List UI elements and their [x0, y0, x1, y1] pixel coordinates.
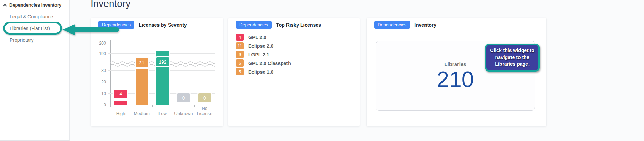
license-name: LGPL 2.1: [248, 52, 269, 57]
arrow-tail: [74, 27, 119, 32]
risky-license-row-lgpl-2-1: 9LGPL 2.1: [236, 51, 291, 58]
annotation-arrow: [62, 24, 119, 35]
x-axis-label-medium: Medium: [131, 111, 153, 116]
arrow-head-icon: [62, 24, 75, 35]
x-axis-label-low: Low: [152, 111, 174, 116]
x-axis-label-unknown: Unknown: [172, 111, 195, 116]
card-title: Top Risky Licenses: [276, 22, 321, 28]
card-header: Dependencies Inventory: [367, 18, 546, 32]
value-label-unknown: 0: [177, 93, 190, 102]
sidebar-item-legal-compliance[interactable]: Legal & Compliance: [10, 14, 53, 20]
y-tick-label: 190: [91, 51, 106, 56]
y-tick-label: 10: [91, 91, 106, 96]
y-axis-line: [110, 40, 111, 105]
inventory-card: Dependencies Inventory Libraries 210 Cli…: [367, 18, 546, 126]
license-count-badge: 6: [236, 59, 244, 67]
y-tick-label: 30: [91, 68, 106, 73]
widget-tooltip: Click this widget to navigate to the Lib…: [485, 44, 540, 72]
value-label-low: 192: [156, 57, 169, 66]
license-name: Eclipse 1.0: [248, 69, 273, 75]
sidebar-group-header[interactable]: Dependencies Inventory: [3, 2, 61, 8]
risky-license-row-eclipse-2-0: 11Eclipse 2.0: [236, 42, 291, 49]
value-label-no-license: 0: [198, 93, 211, 102]
gridline-200: [108, 43, 215, 43]
value-label-medium: 31: [136, 58, 148, 67]
page-title: Inventory: [91, 0, 130, 9]
y-tick-label: 0: [91, 103, 106, 107]
dependencies-badge: Dependencies: [374, 21, 410, 29]
top-risky-licenses-card: Dependencies Top Risky Licenses 4GPL 2.0…: [228, 18, 360, 126]
sidebar-item-proprietary[interactable]: Proprietary: [10, 37, 53, 43]
license-count-badge: 11: [236, 42, 244, 49]
highlight-ring-annotation: [3, 22, 62, 35]
value-label-high: 4: [114, 90, 127, 98]
x-axis-tick: [131, 105, 131, 107]
x-axis-tick: [152, 105, 153, 107]
bar-medium: [136, 69, 148, 105]
x-axis-tick: [173, 105, 173, 107]
collapse-chevron-icon[interactable]: [3, 4, 7, 8]
dependencies-badge: Dependencies: [236, 21, 272, 29]
risky-licenses-list: 4GPL 2.011Eclipse 2.09LGPL 2.16GPL 2.0 C…: [236, 34, 291, 75]
y-tick-label: 20: [91, 79, 106, 84]
risky-license-row-gpl-2-0-classpath: 6GPL 2.0 Classpath: [236, 59, 291, 67]
sidebar-group-label: Dependencies Inventory: [9, 2, 61, 8]
severity-bar-chart: 01020301902004High31Medium192Low0Unknown…: [110, 37, 215, 105]
license-name: Eclipse 2.0: [248, 43, 273, 49]
license-name: GPL 2.0 Classpath: [248, 60, 291, 66]
risky-license-row-gpl-2-0: 4GPL 2.0: [236, 34, 291, 41]
x-axis-label-no-license: No License: [194, 106, 216, 116]
bar-high: [114, 101, 127, 105]
license-count-badge: 9: [236, 51, 244, 58]
y-tick-label: 200: [91, 41, 106, 46]
libraries-widget-label: Libraries: [444, 61, 466, 67]
license-name: GPL 2.0: [248, 35, 266, 40]
card-title: Inventory: [414, 22, 436, 28]
card-title: Licenses by Severity: [139, 22, 187, 28]
license-count-badge: 5: [236, 68, 244, 75]
license-count-badge: 4: [236, 34, 244, 41]
risky-license-row-eclipse-1-0: 5Eclipse 1.0: [236, 68, 291, 75]
sidebar: Dependencies Inventory Legal & Complianc…: [0, 0, 70, 141]
x-axis-tick: [110, 105, 111, 107]
libraries-count: 210: [437, 68, 474, 91]
card-header: Dependencies Top Risky Licenses: [228, 18, 360, 32]
x-axis-label-high: High: [110, 111, 132, 116]
